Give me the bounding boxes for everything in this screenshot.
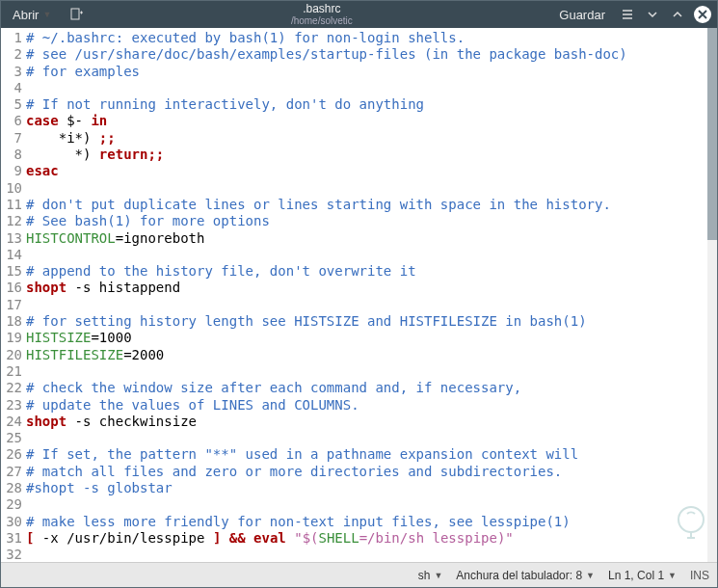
title-area: .bashrc /home/solvetic xyxy=(90,3,553,26)
line-content: # ~/.bashrc: executed by bash(1) for non… xyxy=(26,30,707,46)
code-line[interactable]: 10 xyxy=(1,180,707,197)
line-number: 10 xyxy=(1,180,26,197)
code-line[interactable]: 8 *) return;; xyxy=(1,147,707,163)
line-content: # update the values of LINES and COLUMNS… xyxy=(26,397,707,414)
line-content: [ -x /usr/bin/lesspipe ] && eval "$(SHEL… xyxy=(26,530,707,547)
code-line[interactable]: 6case $- in xyxy=(1,113,707,129)
code-line[interactable]: 22# check the window size after each com… xyxy=(1,380,707,396)
code-line[interactable]: 11# don't put duplicate lines or lines s… xyxy=(1,197,707,213)
line-content xyxy=(26,180,707,197)
code-line[interactable]: 9esac xyxy=(1,163,707,179)
line-number: 1 xyxy=(1,30,26,46)
code-line[interactable]: 5# If not running interactively, don't d… xyxy=(1,96,707,113)
cursor-position-label: Ln 1, Col 1 xyxy=(608,569,664,582)
code-line[interactable]: 31[ -x /usr/bin/lesspipe ] && eval "$(SH… xyxy=(1,530,707,547)
line-number: 9 xyxy=(1,163,26,179)
line-number: 31 xyxy=(1,530,26,547)
insert-mode-indicator[interactable]: INS xyxy=(690,569,709,582)
code-line[interactable]: 3# for examples xyxy=(1,64,707,80)
hamburger-menu-button[interactable] xyxy=(619,6,636,23)
line-content xyxy=(26,247,707,263)
close-icon xyxy=(698,10,707,19)
save-button-label: Guardar xyxy=(559,8,605,22)
code-line[interactable]: 4 xyxy=(1,80,707,96)
chevron-up-icon xyxy=(671,8,684,21)
maximize-button[interactable] xyxy=(669,6,686,23)
code-line[interactable]: 26# If set, the pattern "**" used in a p… xyxy=(1,446,707,463)
line-number: 30 xyxy=(1,514,26,530)
line-number: 28 xyxy=(1,480,26,496)
line-content xyxy=(26,363,707,380)
code-line[interactable]: 19HISTSIZE=1000 xyxy=(1,330,707,346)
code-line[interactable]: 30# make less more friendly for non-text… xyxy=(1,514,707,530)
line-number: 11 xyxy=(1,197,26,213)
code-line[interactable]: 13HISTCONTROL=ignoreboth xyxy=(1,230,707,247)
line-content: shopt -s checkwinsize xyxy=(26,414,707,430)
line-number: 14 xyxy=(1,247,26,263)
line-number: 22 xyxy=(1,380,26,396)
code-line[interactable]: 18# for setting history length see HISTS… xyxy=(1,313,707,330)
code-line[interactable]: 15# append to the history file, don't ov… xyxy=(1,263,707,280)
line-content: # check the window size after each comma… xyxy=(26,380,707,396)
line-content: # append to the history file, don't over… xyxy=(26,263,707,280)
line-number: 20 xyxy=(1,347,26,363)
line-content: HISTCONTROL=ignoreboth xyxy=(26,230,707,247)
line-number: 24 xyxy=(1,414,26,430)
line-number: 8 xyxy=(1,147,26,163)
new-tab-button[interactable] xyxy=(63,5,90,24)
line-content: #shopt -s globstar xyxy=(26,480,707,496)
vertical-scrollbar[interactable] xyxy=(707,28,717,562)
line-content: HISTFILESIZE=2000 xyxy=(26,347,707,363)
tab-width-label: Anchura del tabulador: 8 xyxy=(456,569,582,582)
code-line[interactable]: 25 xyxy=(1,430,707,446)
line-content xyxy=(26,80,707,96)
scrollbar-thumb[interactable] xyxy=(707,28,717,240)
line-number: 19 xyxy=(1,330,26,346)
code-line[interactable]: 14 xyxy=(1,247,707,263)
code-line[interactable]: 23# update the values of LINES and COLUM… xyxy=(1,397,707,414)
code-line[interactable]: 7 *i*) ;; xyxy=(1,130,707,147)
code-line[interactable]: 32 xyxy=(1,547,707,562)
file-path: /home/solvetic xyxy=(90,15,553,26)
line-content xyxy=(26,430,707,446)
line-content: # match all files and zero or more direc… xyxy=(26,464,707,480)
line-number: 32 xyxy=(1,547,26,562)
code-line[interactable]: 12# See bash(1) for more options xyxy=(1,213,707,229)
line-number: 13 xyxy=(1,230,26,247)
language-label: sh xyxy=(418,569,431,582)
line-number: 15 xyxy=(1,263,26,280)
line-content: esac xyxy=(26,163,707,179)
chevron-down-icon: ▼ xyxy=(586,571,595,580)
line-number: 3 xyxy=(1,64,26,80)
cursor-position-selector[interactable]: Ln 1, Col 1 ▼ xyxy=(608,569,677,582)
line-content: # don't put duplicate lines or lines sta… xyxy=(26,197,707,213)
code-line[interactable]: 24shopt -s checkwinsize xyxy=(1,414,707,430)
line-number: 17 xyxy=(1,297,26,313)
svg-rect-0 xyxy=(71,9,79,19)
code-line[interactable]: 28#shopt -s globstar xyxy=(1,480,707,496)
chevron-down-icon xyxy=(646,8,659,21)
line-number: 6 xyxy=(1,113,26,129)
close-button[interactable] xyxy=(694,6,711,23)
code-line[interactable]: 29 xyxy=(1,496,707,513)
code-line[interactable]: 17 xyxy=(1,297,707,313)
save-button[interactable]: Guardar xyxy=(553,6,611,24)
open-button[interactable]: Abrir ▼ xyxy=(7,6,57,24)
code-line[interactable]: 2# see /usr/share/doc/bash/examples/star… xyxy=(1,46,707,63)
code-line[interactable]: 27# match all files and zero or more dir… xyxy=(1,464,707,480)
titlebar: Abrir ▼ .bashrc /home/solvetic Guardar xyxy=(1,1,717,28)
code-line[interactable]: 16shopt -s histappend xyxy=(1,280,707,296)
line-content: # make less more friendly for non-text i… xyxy=(26,514,707,530)
chevron-down-icon: ▼ xyxy=(42,10,51,19)
statusbar: sh ▼ Anchura del tabulador: 8 ▼ Ln 1, Co… xyxy=(1,562,717,587)
line-content: case $- in xyxy=(26,113,707,129)
code-line[interactable]: 21 xyxy=(1,363,707,380)
code-line[interactable]: 20HISTFILESIZE=2000 xyxy=(1,347,707,363)
minimize-button[interactable] xyxy=(644,6,661,23)
code-editor[interactable]: 1# ~/.bashrc: executed by bash(1) for no… xyxy=(1,28,707,562)
line-content: # If set, the pattern "**" used in a pat… xyxy=(26,446,707,463)
insert-mode-label: INS xyxy=(690,569,709,582)
code-line[interactable]: 1# ~/.bashrc: executed by bash(1) for no… xyxy=(1,30,707,46)
language-selector[interactable]: sh ▼ xyxy=(418,569,443,582)
tab-width-selector[interactable]: Anchura del tabulador: 8 ▼ xyxy=(456,569,595,582)
